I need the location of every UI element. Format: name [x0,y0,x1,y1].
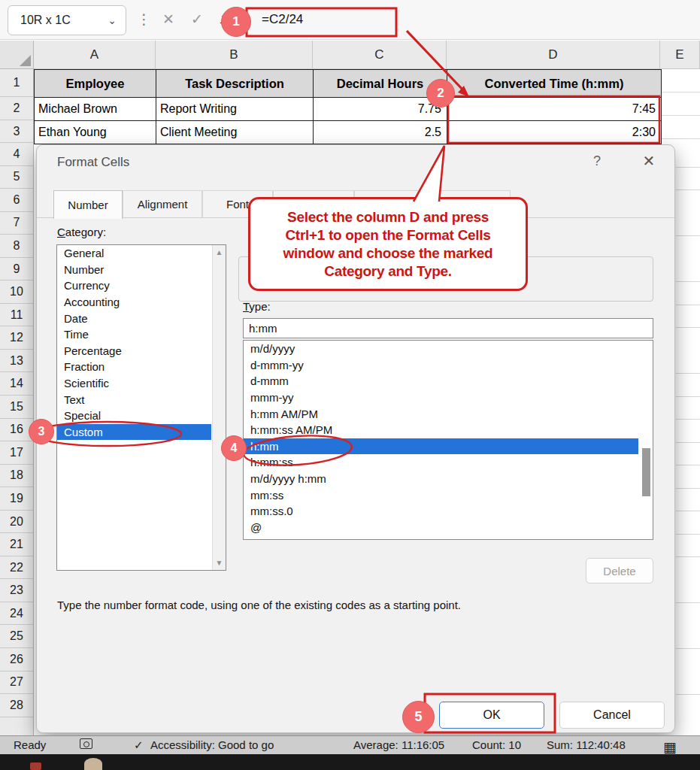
data-cell[interactable]: Report Writing [156,98,314,121]
delete-button[interactable]: Delete [586,558,653,584]
help-icon[interactable]: ? [587,153,607,169]
type-option[interactable]: h:mm:ss AM/PM [244,422,638,438]
type-option[interactable]: mm:ss [244,487,638,503]
category-item[interactable]: General [57,245,211,262]
category-item[interactable]: Custom [57,424,211,441]
type-option[interactable]: mm:ss.0 [244,503,638,520]
row-header-19[interactable]: 19 [0,487,33,511]
type-option[interactable]: h:mm AM/PM [244,405,638,422]
tutorial-callout: Select the column D and press Ctrl+1 to … [248,197,528,291]
more-options-icon[interactable]: ⋮ [137,11,151,28]
category-item[interactable]: Number [57,262,211,278]
data-cell[interactable]: Michael Brown [35,98,156,121]
category-item[interactable]: Percentage [57,343,211,359]
scroll-down-icon[interactable]: ▼ [213,559,226,567]
row-header-24[interactable]: 24 [0,602,33,626]
column-header-C[interactable]: C [313,41,447,69]
normal-view-icon[interactable]: ▦ [663,738,677,756]
select-all-corner[interactable] [0,41,34,69]
category-item[interactable]: Time [57,326,211,343]
row-header-18[interactable]: 18 [0,465,33,488]
data-cell[interactable]: 2:30 [447,121,661,144]
cancel-button[interactable]: Cancel [559,702,665,729]
row-header-12[interactable]: 12 [0,326,33,350]
type-listbox[interactable]: m/d/yyyyd-mmm-yyd-mmmmmm-yyh:mm AM/PMh:m… [243,340,653,540]
row-header-10[interactable]: 10 [0,280,33,304]
dialog-title: Format Cells [57,155,129,170]
type-option[interactable]: h:mm:ss [244,454,638,471]
confirm-entry-icon[interactable]: ✓ [191,11,203,28]
column-header-D[interactable]: D [447,41,660,69]
type-option[interactable]: d-mmm [244,373,638,390]
type-input[interactable] [243,318,653,338]
category-item[interactable]: Text [57,391,211,408]
row-header-5[interactable]: 5 [0,166,33,189]
row-header-25[interactable]: 25 [0,625,33,648]
column-header-B[interactable]: B [156,41,313,69]
helper-text: Type the number format code, using one o… [57,599,461,611]
tab-number[interactable]: Number [53,190,123,219]
row-header-3[interactable]: 3 [0,120,33,143]
row-header-8[interactable]: 8 [0,235,33,258]
category-listbox[interactable]: GeneralNumberCurrencyAccountingDateTimeP… [56,244,226,571]
row-header-7[interactable]: 7 [0,212,33,235]
row-header-2[interactable]: 2 [0,97,33,120]
category-scrollbar[interactable]: ▲ ▼ [212,245,226,570]
accessibility-status[interactable]: Accessibility: Good to go [150,738,274,751]
type-option[interactable]: @ [244,520,638,536]
row-header-9[interactable]: 9 [0,258,33,281]
row-header-1[interactable]: 1 [0,69,33,97]
tab-alignment[interactable]: Alignment [123,190,202,217]
row-header-28[interactable]: 28 [0,694,33,717]
select-all-triangle-icon [20,55,31,66]
category-item[interactable]: Special [57,408,211,424]
taskbar-strip [0,754,700,770]
data-cell[interactable]: 7.75 [314,98,447,121]
category-item[interactable]: Accounting [57,294,211,311]
header-cell[interactable]: Converted Time (h:mm) [447,70,661,98]
data-cell[interactable]: Client Meeting [156,121,314,144]
header-cell[interactable]: Task Description [156,70,314,98]
type-scrollbar-thumb[interactable] [642,448,650,496]
category-item[interactable]: Currency [57,277,211,294]
row-header-23[interactable]: 23 [0,579,33,602]
scroll-up-icon[interactable]: ▲ [213,248,226,256]
data-cell[interactable]: 2.5 [314,121,447,144]
row-header-27[interactable]: 27 [0,671,33,695]
formula-input[interactable]: =C2/24 [262,12,303,27]
category-item[interactable]: Date [57,310,211,326]
row-header-15[interactable]: 15 [0,396,33,419]
row-header-13[interactable]: 13 [0,350,33,373]
cancel-entry-icon[interactable]: ✕ [162,11,174,28]
row-header-22[interactable]: 22 [0,556,33,580]
macro-record-icon[interactable] [80,738,92,749]
category-item[interactable]: Fraction [57,359,211,375]
type-option[interactable]: mmm-yy [244,390,638,406]
row-header-26[interactable]: 26 [0,648,33,671]
category-item[interactable]: Scientific [57,375,211,392]
row-header-11[interactable]: 11 [0,304,33,327]
close-icon[interactable]: ✕ [638,152,659,170]
type-option[interactable]: h:mm [244,438,638,455]
row-header-21[interactable]: 21 [0,533,33,556]
taskbar-icon-2 [84,758,102,770]
row-header-6[interactable]: 6 [0,189,33,212]
row-header-17[interactable]: 17 [0,441,33,465]
column-header-A[interactable]: A [34,41,156,69]
data-cell[interactable]: 7:45 [447,98,661,121]
type-option[interactable]: m/d/yyyy h:mm [244,471,638,487]
chevron-down-icon[interactable]: ⌄ [108,14,117,26]
table-row: Ethan YoungClient Meeting2.52:30 [35,121,661,144]
column-header-E[interactable]: E [660,41,700,69]
row-header-14[interactable]: 14 [0,372,33,396]
header-cell[interactable]: Employee [35,70,156,98]
data-cell[interactable]: Ethan Young [35,121,156,144]
name-box[interactable]: 10R x 1C ⌄ [8,5,126,35]
row-header-4[interactable]: 4 [0,143,33,166]
taskbar-icon-1 [30,762,41,770]
type-option[interactable]: d-mmm-yy [244,357,638,374]
row-header-20[interactable]: 20 [0,511,33,534]
ok-button[interactable]: OK [439,702,544,729]
gridlines-right-strip [676,144,700,735]
type-option[interactable]: m/d/yyyy [244,341,638,357]
